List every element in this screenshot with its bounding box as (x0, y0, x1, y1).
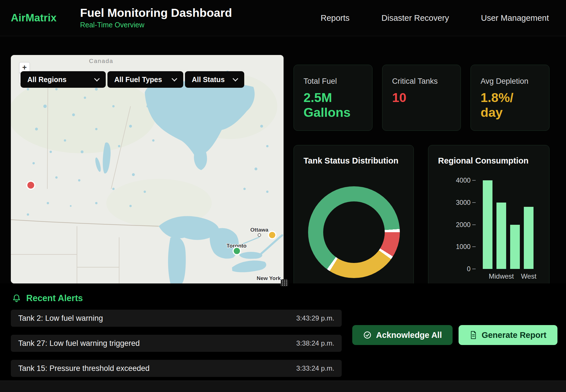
tank-status-card: Tank Status Distribution (294, 145, 414, 305)
stat-value: 2.5M Gallons (304, 90, 363, 120)
map-label-ottawa: Ottawa (250, 227, 268, 233)
y-tick-mark (472, 202, 476, 203)
chevron-down-icon (94, 76, 100, 81)
consumption-bar (483, 180, 492, 269)
y-tick-label: 1000 (439, 243, 471, 251)
acknowledge-all-button[interactable]: Acknowledge All (352, 325, 453, 345)
brand-logo[interactable]: AirMatrix (11, 12, 80, 24)
donut-hole (323, 201, 385, 263)
y-tick-label: 0 (439, 265, 471, 273)
app-header: AirMatrix Fuel Monitoring Dashboard Real… (0, 0, 566, 36)
nav-reports[interactable]: Reports (321, 13, 350, 23)
map-svg: Canada Ottawa Toronto New York (11, 55, 284, 283)
page-subtitle: Real-Time Overview (80, 21, 232, 29)
stat-card-avg-depletion: Avg Depletion 1.8%/ day (471, 65, 549, 131)
chevron-down-icon (172, 76, 177, 81)
alert-message: Tank 15: Pressure threshold exceeded (18, 364, 150, 373)
x-tick-label: West (512, 272, 546, 280)
chart-cards: Tank Status Distribution Regional Consum… (294, 145, 549, 305)
map-filters: All Regions All Fuel Types All Status (21, 71, 244, 88)
stat-cards: Total Fuel 2.5M Gallons Critical Tanks 1… (294, 65, 549, 131)
fuel-type-filter-select[interactable]: All Fuel Types (107, 71, 183, 88)
y-tick-mark (472, 246, 476, 247)
tank-status-donut (308, 186, 400, 278)
consumption-bar (510, 225, 520, 269)
chart-title: Regional Consumption (438, 156, 528, 166)
generate-report-label: Generate Report (482, 330, 546, 340)
alert-timestamp: 3:43:29 p.m. (296, 314, 334, 322)
tank-marker-normal[interactable] (233, 247, 241, 255)
y-tick-label: 4000 (439, 176, 471, 184)
chevron-down-icon (233, 76, 238, 81)
map-label-new-york: New York (257, 275, 281, 281)
tank-marker-warning[interactable] (268, 231, 276, 239)
lake-michigan (168, 237, 186, 283)
bell-icon (12, 294, 21, 303)
region-filter-select[interactable]: All Regions (21, 71, 106, 88)
alert-timestamp: 3:33:24 p.m. (296, 364, 334, 372)
y-tick-mark (472, 180, 476, 181)
alert-list-item[interactable]: Tank 27: Low fuel warning triggered 3:38… (11, 335, 342, 352)
alert-message: Tank 27: Low fuel warning triggered (18, 339, 140, 348)
main-nav: Reports Disaster Recovery User Managemen… (321, 13, 549, 23)
tank-marker-critical[interactable] (27, 181, 35, 189)
y-tick-label: 2000 (439, 221, 471, 229)
title-block: Fuel Monitoring Dashboard Real-Time Over… (80, 7, 232, 29)
alerts-title: Recent Alerts (26, 293, 83, 303)
stat-card-total-fuel: Total Fuel 2.5M Gallons (294, 65, 372, 131)
app-root: AirMatrix Fuel Monitoring Dashboard Real… (0, 0, 566, 392)
page-title: Fuel Monitoring Dashboard (80, 7, 232, 19)
y-tick-label: 3000 (439, 199, 471, 207)
alert-list-item[interactable]: Tank 15: Pressure threshold exceeded 3:3… (11, 360, 342, 377)
regional-consumption-card: Regional Consumption 01000200030004000 M… (428, 145, 549, 305)
regional-consumption-bars (483, 180, 545, 269)
alerts-section: Recent Alerts Tank 2: Low fuel warning 3… (0, 283, 566, 392)
map-canvas[interactable]: Canada Ottawa Toronto New York (11, 55, 284, 283)
stat-label: Avg Depletion (481, 77, 539, 86)
fuel-type-filter-value: All Fuel Types (114, 75, 162, 84)
bottom-bar (0, 381, 566, 392)
forest-patch (11, 76, 156, 153)
stat-value: 1.8%/ day (481, 90, 539, 120)
stat-label: Critical Tanks (392, 77, 451, 86)
alert-message: Tank 2: Low fuel warning (18, 314, 103, 323)
y-tick-mark (472, 269, 476, 269)
consumption-bar (524, 207, 534, 269)
nav-disaster-recovery[interactable]: Disaster Recovery (382, 13, 449, 23)
consumption-bar (496, 203, 506, 269)
chart-title: Tank Status Distribution (304, 156, 398, 166)
report-document-icon (470, 331, 477, 339)
region-filter-value: All Regions (27, 75, 67, 84)
alert-timestamp: 3:38:24 p.m. (296, 339, 334, 347)
map-panel: Canada Ottawa Toronto New York + All Reg… (11, 55, 284, 283)
map-label-canada: Canada (89, 58, 113, 64)
acknowledge-all-label: Acknowledge All (376, 330, 442, 340)
generate-report-button[interactable]: Generate Report (459, 325, 557, 345)
stat-label: Total Fuel (304, 77, 363, 86)
check-circle-icon (363, 331, 372, 339)
alert-list-item[interactable]: Tank 2: Low fuel warning 3:43:29 p.m. (11, 310, 342, 327)
status-filter-select[interactable]: All Status (185, 71, 244, 88)
status-filter-value: All Status (192, 75, 225, 84)
city-dot (258, 234, 261, 236)
y-tick-mark (472, 224, 476, 225)
stat-value: 10 (392, 90, 451, 105)
alerts-header: Recent Alerts (12, 293, 83, 303)
nav-user-management[interactable]: User Management (481, 13, 549, 23)
stat-card-critical-tanks: Critical Tanks 10 (382, 65, 461, 131)
resize-handle[interactable] (281, 279, 288, 287)
